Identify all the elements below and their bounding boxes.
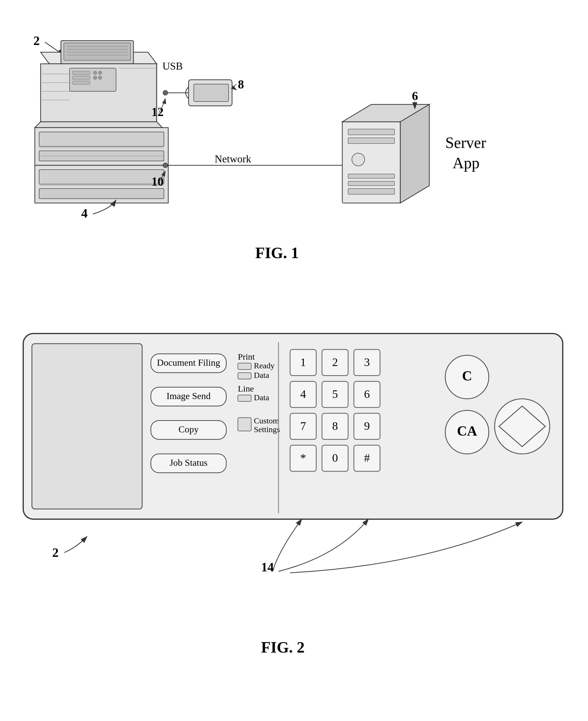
- svg-rect-32: [39, 189, 164, 199]
- svg-rect-50: [348, 181, 395, 186]
- svg-rect-72: [238, 363, 251, 369]
- svg-text:Data: Data: [254, 393, 269, 402]
- svg-text:USB: USB: [163, 60, 183, 72]
- svg-text:2: 2: [332, 356, 338, 368]
- svg-text:3: 3: [364, 356, 370, 368]
- svg-text:FIG. 2: FIG. 2: [261, 639, 304, 656]
- svg-point-41: [163, 163, 168, 168]
- svg-rect-39: [194, 84, 229, 102]
- svg-text:Server: Server: [445, 134, 486, 151]
- fig2-diagram: Document Filing Image Send Copy Job Stat…: [17, 319, 569, 696]
- svg-rect-30: [39, 170, 164, 184]
- svg-point-111: [495, 399, 550, 454]
- svg-text:Ready: Ready: [254, 361, 275, 370]
- svg-text:Copy: Copy: [178, 424, 198, 434]
- svg-text:8: 8: [238, 78, 244, 91]
- svg-text:4: 4: [300, 387, 306, 401]
- svg-rect-62: [32, 344, 142, 509]
- svg-text:Settings: Settings: [254, 425, 280, 434]
- svg-rect-25: [39, 132, 164, 146]
- svg-text:Job Status: Job Status: [170, 458, 208, 468]
- svg-text:CA: CA: [457, 423, 477, 439]
- svg-rect-3: [64, 43, 130, 60]
- svg-text:Data: Data: [254, 370, 269, 380]
- svg-point-14: [98, 71, 102, 75]
- svg-rect-77: [238, 395, 251, 401]
- svg-text:2: 2: [33, 34, 40, 48]
- svg-text:2: 2: [52, 546, 59, 560]
- svg-text:Document Filing: Document Filing: [157, 357, 220, 368]
- svg-text:0: 0: [332, 451, 338, 464]
- svg-rect-74: [238, 373, 251, 379]
- svg-rect-47: [348, 138, 395, 144]
- svg-point-48: [352, 153, 365, 166]
- svg-point-15: [93, 76, 97, 80]
- svg-rect-11: [72, 76, 90, 80]
- svg-point-16: [98, 76, 102, 80]
- svg-text:5: 5: [332, 387, 338, 401]
- svg-text:App: App: [453, 154, 480, 172]
- svg-text:9: 9: [364, 419, 370, 432]
- svg-text:Custom: Custom: [254, 416, 279, 425]
- svg-text:Line: Line: [238, 384, 254, 393]
- svg-rect-12: [72, 81, 90, 84]
- svg-text:6: 6: [412, 89, 418, 103]
- svg-rect-79: [238, 418, 251, 431]
- svg-rect-46: [348, 129, 395, 135]
- svg-point-13: [93, 71, 97, 75]
- svg-text:14: 14: [261, 560, 274, 574]
- svg-text:Image Send: Image Send: [167, 391, 211, 401]
- svg-text:#: #: [364, 451, 370, 464]
- fig1-diagram: 2: [17, 12, 569, 302]
- svg-text:6: 6: [364, 387, 370, 401]
- svg-text:1: 1: [300, 356, 306, 368]
- svg-text:8: 8: [332, 419, 338, 432]
- svg-text:FIG. 1: FIG. 1: [255, 244, 299, 261]
- svg-rect-49: [348, 174, 395, 178]
- svg-text:C: C: [462, 368, 472, 383]
- svg-text:Print: Print: [238, 352, 255, 361]
- svg-text:4: 4: [81, 206, 88, 220]
- svg-rect-10: [72, 71, 90, 75]
- svg-text:7: 7: [300, 419, 306, 432]
- svg-point-34: [163, 90, 168, 95]
- svg-rect-51: [348, 189, 395, 194]
- svg-marker-23: [35, 122, 163, 128]
- svg-marker-53: [400, 104, 429, 203]
- svg-text:Network: Network: [215, 153, 251, 165]
- svg-text:*: *: [300, 451, 306, 464]
